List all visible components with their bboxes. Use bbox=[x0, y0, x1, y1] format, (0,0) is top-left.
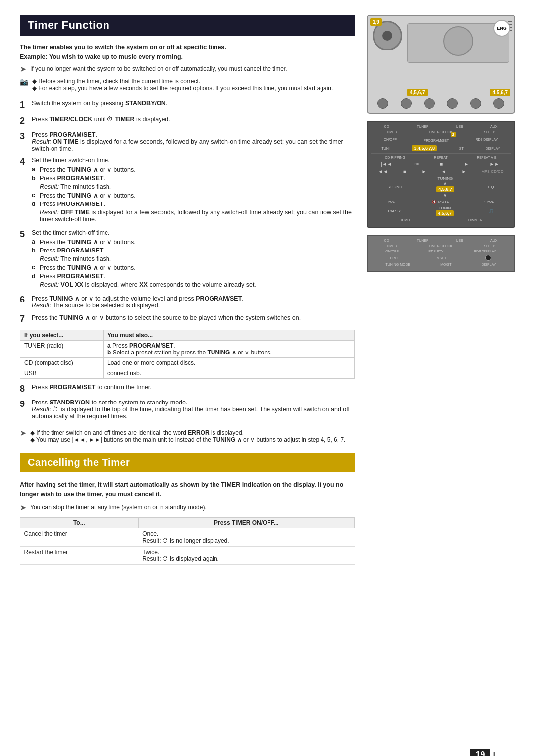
front-row-6: |◄◄ +10 ■ ► ►►| bbox=[371, 161, 511, 167]
cancel-row-restart: Restart the timer Twice. Result: ⏱ is di… bbox=[20, 546, 355, 564]
page-number: 19 bbox=[470, 749, 490, 756]
substep-4a: a Press the TUNING ∧ or ∨ buttons. bbox=[32, 166, 355, 173]
step-3: 3 Press PROGRAM/SET. Result: ON TIME is … bbox=[20, 131, 355, 152]
step-4: 4 Set the timer switch-on time. a Press … bbox=[20, 157, 355, 224]
substep-5-result1: Result: The minutes flash. bbox=[32, 255, 355, 262]
arrow-icon: ➤ bbox=[20, 64, 26, 74]
device-badge-1-9: 1,9 bbox=[370, 18, 382, 26]
bottom-row-2: TIMER TIMER/CLOCK SLEEP bbox=[371, 244, 511, 248]
btn-2 bbox=[401, 98, 412, 109]
intro-bold-text: The timer enables you to switch the syst… bbox=[20, 44, 355, 50]
substep-5a: a Press the TUNING ∧ or ∨ buttons. bbox=[32, 238, 355, 246]
table-row-cd: CD (compact disc) Load one or more compa… bbox=[20, 357, 355, 368]
substep-4-result2: Result: OFF TIME is displayed for a few … bbox=[32, 209, 355, 223]
cancel-row-cancel: Cancel the timer Once. Result: ⏱ is no l… bbox=[20, 528, 355, 546]
device-badge-4567-party: 4,5,6,7 bbox=[436, 210, 454, 216]
device-badge-4567-left: 4,5,6,7 bbox=[407, 89, 428, 96]
cancelling-section-header: Cancelling the Timer bbox=[20, 453, 355, 472]
step-6: 6 Press TUNING ∧ or ∨ to adjust the volu… bbox=[20, 295, 355, 309]
device-badge-4567-right: 4,5,6,7 bbox=[490, 89, 510, 96]
bottom-row-4: PRO MSET bbox=[371, 255, 511, 261]
page-number-bar: | bbox=[493, 751, 495, 756]
table-row-tuner: TUNER (radio) a Press PROGRAM/SET. b Sel… bbox=[20, 340, 355, 357]
bottom-row-3: ON/OFF RDS PTY RDS DISPLAY bbox=[371, 250, 511, 253]
btn-5 bbox=[470, 98, 481, 109]
page-number-area: 19 | bbox=[470, 749, 495, 756]
table-header-col2: You must also... bbox=[103, 330, 354, 340]
substep-5c: c Press the TUNING ∧ or ∨ buttons. bbox=[32, 264, 355, 271]
table-header-col1: If you select... bbox=[20, 330, 104, 340]
source-select-table: If you select... You must also... TUNER … bbox=[20, 330, 355, 379]
front-vol-row: VOL − 🔇 MUTE + VOL bbox=[371, 200, 511, 204]
device-badge-2: 2 bbox=[451, 132, 456, 137]
front-row-2: TIMER TIMER/CLOCK SLEEP bbox=[371, 130, 511, 134]
cancelling-note: ➤ You can stop the timer at any time (sy… bbox=[20, 504, 355, 512]
arrow-icon-2: ➤ bbox=[20, 428, 26, 438]
device-badge-4567-tuning: 4,5,6,7 bbox=[436, 186, 454, 192]
footer-note-block: ➤ ◆ If the timer switch on and off times… bbox=[20, 425, 355, 443]
device-bottom-image: CD TUNER USB AUX TIMER TIMER/CLOCK SLEEP… bbox=[367, 235, 515, 272]
device-top-image: 1,9 4,5,6,7 4,5,6,7 bbox=[367, 15, 515, 114]
front-row-7: ◄◄ ■ ► ◄ ► MP3-CD/CD bbox=[371, 169, 511, 174]
cancel-header-to: To... bbox=[20, 517, 139, 528]
timer-section-header: Timer Function bbox=[20, 15, 355, 36]
substep-5d: d Press PROGRAM/SET. bbox=[32, 273, 355, 280]
device-badge-34567: 3,4,5,6,7,8 bbox=[412, 145, 437, 151]
cancel-table: To... Press TIMER ON/OFF... Cancel the t… bbox=[20, 517, 355, 565]
substep-4c: c Press the TUNING ∧ or ∨ buttons. bbox=[32, 192, 355, 199]
bottom-row-5: TUNING MODE MO/ST DISPLAY bbox=[371, 263, 511, 266]
front-row-4: TUNI 3,4,5,6,7,8 ST DISPLAY bbox=[371, 145, 511, 151]
intro-example: Example: You wish to wake up to music ev… bbox=[20, 53, 355, 60]
btn-4 bbox=[447, 98, 458, 109]
arrow-icon-3: ➤ bbox=[20, 503, 26, 512]
btn-3 bbox=[424, 98, 435, 109]
top-buttons-row bbox=[372, 98, 510, 109]
front-demo-row: DEMO DIMMER bbox=[371, 218, 511, 222]
table-row-usb: USB connect usb. bbox=[20, 368, 355, 378]
front-row-1: CD TUNER USB AUX bbox=[371, 125, 511, 128]
front-tuning-row: ROUND TUNING ∧ 4,5,6,7 ∨ EQ bbox=[371, 176, 511, 198]
step-2: 2 Press TIMER/CLOCK until ⏱ TIMER is dis… bbox=[20, 116, 355, 127]
substep-5b: b Press PROGRAM/SET. bbox=[32, 247, 355, 254]
front-party-row: PARTY TUNIN 4,5,6,7 🎵 bbox=[371, 206, 511, 216]
note-camera-block: 📷 ◆ Before setting the timer, check that… bbox=[20, 78, 355, 92]
eng-badge: ENG bbox=[493, 20, 510, 37]
bottom-row-1: CD TUNER USB AUX bbox=[371, 239, 511, 242]
front-row-5: CD RIPPING REPEAT REPEAT A-B bbox=[371, 156, 511, 159]
note-arrow-block: ➤ If you no longer want the system to be… bbox=[20, 65, 355, 74]
substep-4d: d Press PROGRAM/SET. bbox=[32, 201, 355, 207]
cancel-header-press: Press TIMER ON/OFF... bbox=[138, 517, 354, 528]
indicator-dot bbox=[485, 255, 491, 261]
step-8: 8 Press PROGRAM/SET to confirm the timer… bbox=[20, 384, 355, 395]
btn-1 bbox=[377, 98, 388, 109]
substep-4-result1: Result: The minutes flash. bbox=[32, 183, 355, 190]
cd-disc-area bbox=[443, 26, 473, 56]
camera-icon: 📷 bbox=[20, 78, 28, 86]
btn-6 bbox=[493, 98, 504, 109]
step-5: 5 Set the timer switch-off time. a Press… bbox=[20, 229, 355, 290]
step-9: 9 Press STANDBY/ON to set the system to … bbox=[20, 399, 355, 420]
step-1: 1 Switch the system on by pressing STAND… bbox=[20, 100, 355, 111]
step-7: 7 Press the TUNING ∧ or ∨ buttons to sel… bbox=[20, 314, 355, 325]
substep-5-result2: Result: VOL XX is displayed, where XX co… bbox=[32, 281, 355, 288]
substep-4b: b Press PROGRAM/SET. bbox=[32, 175, 355, 182]
cancelling-intro: After having set the timer, it will star… bbox=[20, 480, 355, 499]
device-front-image: CD TUNER USB AUX TIMER TIMER/CLOCK SLEEP… bbox=[367, 121, 515, 228]
front-row-3: ON/OFF PROGRAM/SET 2 RDS DISPLAY bbox=[371, 136, 511, 143]
